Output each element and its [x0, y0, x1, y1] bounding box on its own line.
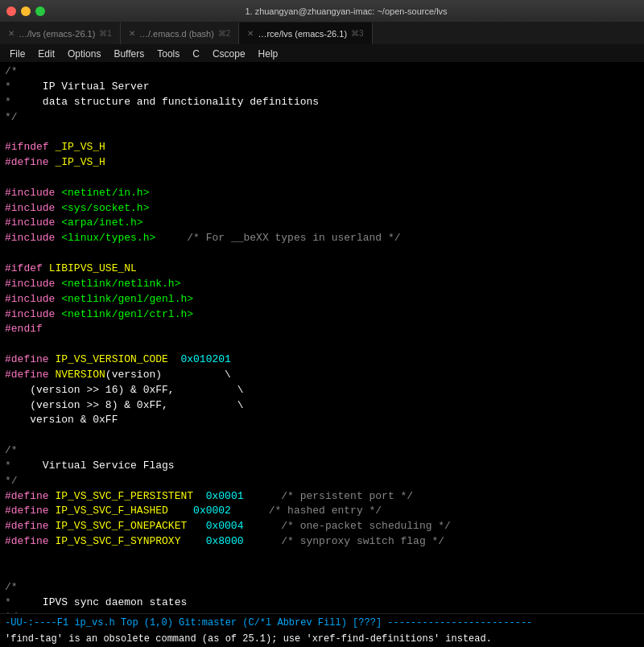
tab-close-icon-2[interactable]: ✕ — [129, 29, 135, 38]
editor-area[interactable]: /* * IP Virtual Server * data structure … — [0, 63, 644, 613]
message-text: 'find-tag' is an obsolete command (as of… — [5, 633, 492, 645]
code-line: #include <netinet/in.h> — [5, 186, 639, 201]
tab-3[interactable]: ✕ …rce/lvs (emacs-26.1) ⌘3 — [239, 23, 372, 44]
code-line: version & 0xFF — [5, 413, 639, 428]
code-line — [5, 337, 639, 352]
menu-edit[interactable]: Edit — [31, 48, 61, 60]
code-line: * Virtual Service Flags — [5, 459, 639, 474]
tab-1[interactable]: ✕ …/lvs (emacs-26.1) ⌘1 — [0, 23, 121, 44]
tab-bar: ✕ …/lvs (emacs-26.1) ⌘1 ✕ …/.emacs.d (ba… — [0, 23, 644, 45]
code-line — [5, 246, 639, 262]
status-bar: -UU-:----F1 ip_vs.h Top (1,0) Git:master… — [0, 613, 644, 631]
tab-close-icon-3[interactable]: ✕ — [247, 29, 254, 38]
code-line — [5, 565, 639, 580]
menu-file[interactable]: File — [3, 48, 31, 60]
tab-3-label: …rce/lvs (emacs-26.1) — [258, 29, 347, 39]
code-line: (version >> 16) & 0xFF, \ — [5, 383, 639, 398]
maximize-button[interactable] — [35, 6, 45, 16]
tab-2-shortcut: ⌘2 — [218, 29, 231, 38]
code-line: * IP Virtual Server — [5, 80, 639, 95]
code-line — [5, 125, 639, 140]
message-bar: 'find-tag' is an obsolete command (as of… — [0, 631, 644, 647]
code-line: */ — [5, 474, 639, 489]
code-line: #define IP_VS_SVC_F_PERSISTENT 0x0001 /*… — [5, 489, 639, 505]
code-line: * data structure and functionality defin… — [5, 95, 639, 110]
menu-c[interactable]: C — [186, 48, 206, 60]
code-line: #define IP_VS_SVC_F_HASHED 0x0002 /* has… — [5, 504, 639, 519]
code-line — [5, 428, 639, 443]
tab-2[interactable]: ✕ …/.emacs.d (bash) ⌘2 — [121, 23, 239, 44]
minimize-button[interactable] — [21, 6, 31, 16]
tab-1-label: …/lvs (emacs-26.1) — [19, 29, 95, 39]
code-line: /* — [5, 64, 639, 80]
code-line: #define IP_VS_SVC_F_SYNPROXY 0x8000 /* s… — [5, 534, 639, 550]
code-line: #ifndef _IP_VS_H — [5, 140, 639, 155]
menu-tools[interactable]: Tools — [151, 48, 186, 60]
tab-1-shortcut: ⌘1 — [99, 29, 112, 38]
code-line: #include <netlink/netlink.h> — [5, 277, 639, 292]
code-line: * IPVS sync daemon states — [5, 595, 639, 611]
code-line: (version >> 8) & 0xFF, \ — [5, 398, 639, 414]
tab-close-icon[interactable]: ✕ — [8, 29, 14, 38]
menu-bar: File Edit Options Buffers Tools C Cscope… — [0, 45, 644, 63]
code-line: #include <linux/types.h> /* For __beXX t… — [5, 231, 639, 246]
code-line: #define IP_VS_VERSION_CODE 0x010201 — [5, 352, 639, 368]
menu-options[interactable]: Options — [61, 48, 107, 60]
code-line: #include <netlink/genl/ctrl.h> — [5, 307, 639, 323]
code-line: #include <sys/socket.h> — [5, 201, 639, 216]
code-line: */ — [5, 110, 639, 126]
code-line: #include <arpa/inet.h> — [5, 216, 639, 231]
window-title: 1. zhuangyan@zhuangyan-imac: ~/open-sour… — [245, 6, 447, 16]
traffic-lights — [6, 6, 45, 16]
menu-buffers[interactable]: Buffers — [107, 48, 151, 60]
code-line — [5, 550, 639, 565]
tab-2-label: …/.emacs.d (bash) — [139, 29, 214, 39]
code-line: /* — [5, 580, 639, 595]
tab-3-shortcut: ⌘3 — [351, 29, 364, 38]
menu-help[interactable]: Help — [252, 48, 285, 60]
close-button[interactable] — [6, 6, 16, 16]
code-line: #define NVERSION(version) \ — [5, 368, 639, 383]
code-line: #ifdef LIBIPVS_USE_NL — [5, 262, 639, 277]
code-line: #include <netlink/genl/genl.h> — [5, 292, 639, 307]
code-line: #define IP_VS_SVC_F_ONEPACKET 0x0004 /* … — [5, 519, 639, 534]
code-line — [5, 171, 639, 186]
code-line: #define _IP_VS_H — [5, 155, 639, 171]
code-line: #endif — [5, 322, 639, 337]
status-text: -UU-:----F1 ip_vs.h Top (1,0) Git:master… — [5, 617, 532, 628]
menu-cscope[interactable]: Cscope — [206, 48, 252, 60]
code-line: /* — [5, 443, 639, 459]
title-bar: 1. zhuangyan@zhuangyan-imac: ~/open-sour… — [0, 0, 644, 23]
